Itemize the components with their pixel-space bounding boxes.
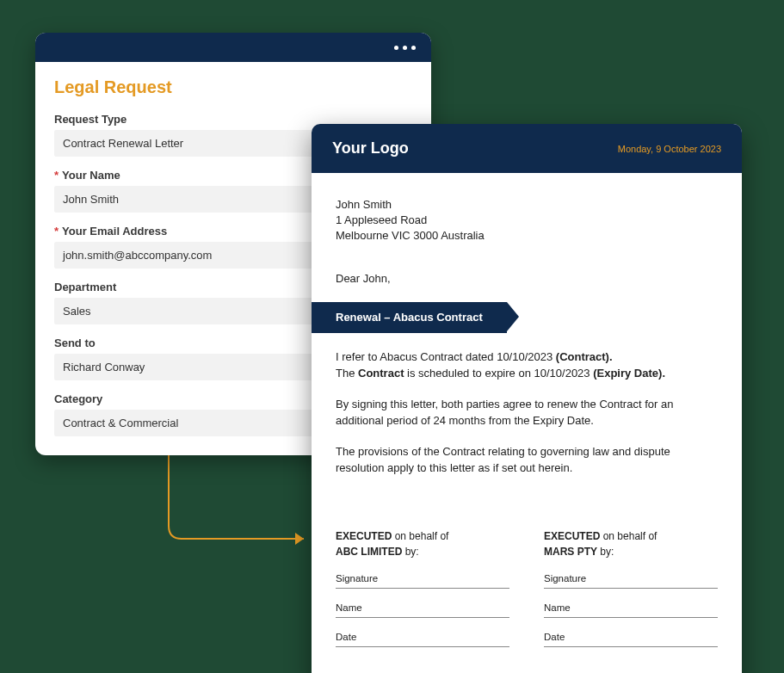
subject-banner: Renewal – Abacus Contract bbox=[312, 302, 507, 333]
letter-logo: Your Logo bbox=[332, 139, 409, 157]
paragraph-1: I refer to Abacus Contract dated 10/10/2… bbox=[336, 349, 718, 382]
form-window-header bbox=[35, 33, 431, 62]
recipient-address: John Smith 1 Appleseed Road Melbourne VI… bbox=[336, 197, 718, 244]
date-line: Date bbox=[336, 627, 509, 647]
recipient-line2: Melbourne VIC 3000 Australia bbox=[336, 228, 718, 244]
signature-block-right: EXECUTED on behalf of MARS PTY by: Signa… bbox=[544, 528, 718, 657]
letter-document: Your Logo Monday, 9 October 2023 John Sm… bbox=[312, 124, 742, 673]
signature-line: Signature bbox=[544, 568, 718, 589]
required-asterisk: * bbox=[54, 169, 59, 182]
recipient-name: John Smith bbox=[336, 197, 718, 213]
paragraph-2: By signing this letter, both parties agr… bbox=[336, 396, 718, 429]
form-title: Legal Request bbox=[54, 77, 412, 97]
signature-block-left: EXECUTED on behalf of ABC LIMITED by: Si… bbox=[336, 528, 509, 657]
signature-row: EXECUTED on behalf of ABC LIMITED by: Si… bbox=[336, 528, 718, 657]
greeting: Dear John, bbox=[336, 270, 718, 287]
recipient-line1: 1 Appleseed Road bbox=[336, 213, 718, 228]
letter-date: Monday, 9 October 2023 bbox=[618, 144, 721, 154]
paragraph-3: The provisions of the Contract relating … bbox=[336, 443, 718, 477]
required-asterisk: * bbox=[54, 225, 59, 238]
name-line: Name bbox=[336, 597, 509, 618]
signature-line: Signature bbox=[336, 568, 509, 589]
date-line: Date bbox=[544, 627, 718, 647]
name-line: Name bbox=[544, 597, 718, 618]
letter-header: Your Logo Monday, 9 October 2023 bbox=[312, 124, 742, 173]
window-dots-icon bbox=[394, 46, 416, 50]
